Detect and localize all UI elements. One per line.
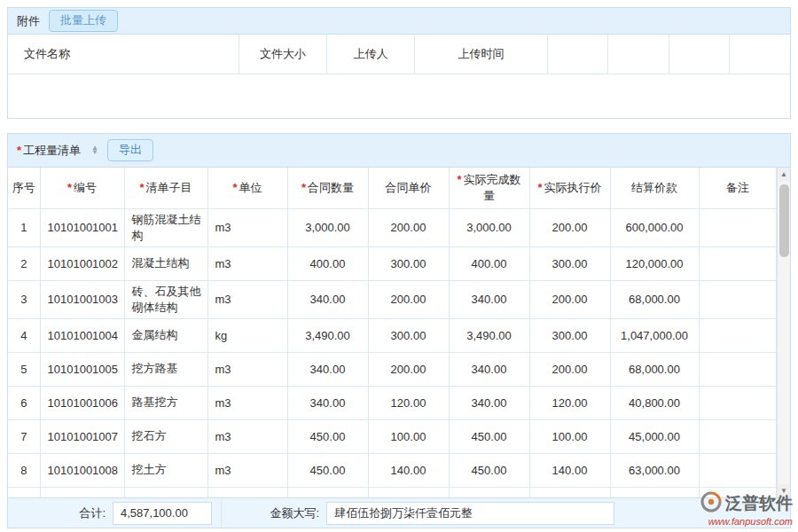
scroll-up-icon[interactable]: ▲: [778, 168, 791, 181]
boq-table: 序号*编号*清单子目*单位*合同数量合同单价*实际完成数量*实际执行价结算价款备…: [8, 168, 777, 497]
boq-cell-contract_price: 200.00: [368, 208, 449, 246]
boq-cell-actual_price: 140.00: [529, 453, 610, 487]
boq-cell-code: 10101001003: [40, 280, 124, 318]
boq-cell-contract_qty: 3,000.00: [287, 208, 368, 246]
scrollbar-thumb[interactable]: [779, 184, 789, 257]
batch-upload-button[interactable]: 批量上传: [49, 10, 118, 32]
boq-cell-unit: m3: [207, 246, 287, 280]
boq-header-row: 序号*编号*清单子目*单位*合同数量合同单价*实际完成数量*实际执行价结算价款备…: [8, 168, 777, 208]
boq-cell-code: 10101001005: [40, 352, 124, 386]
boq-cell-unit: m3: [207, 453, 287, 487]
boq-cell-actual_qty: 340.00: [449, 352, 529, 386]
vertical-scrollbar[interactable]: ▲ ▼: [777, 168, 790, 497]
boq-cell-contract_price: 100.00: [368, 419, 449, 453]
export-button[interactable]: 导出: [107, 139, 153, 161]
boq-cell-remark: [699, 487, 777, 497]
boq-cell-actual_qty: 400.00: [449, 246, 529, 280]
boq-cell-actual_qty: 3,490.00: [449, 318, 529, 352]
boq-cell-contract_price: [368, 487, 449, 497]
boq-cell-settlement: 63,000.00: [610, 453, 699, 487]
required-asterisk: *: [139, 181, 144, 194]
boq-cell-actual_qty: 340.00: [449, 280, 529, 318]
boq-cell-contract_qty: 3,490.00: [287, 318, 368, 352]
boq-column-header: 序号: [8, 168, 40, 208]
boq-column-header: 结算价款: [610, 168, 699, 208]
boq-cell-actual_qty: 450.00: [449, 453, 529, 487]
boq-cell-remark: [699, 280, 777, 318]
attachments-header-bar: 附件 批量上传: [8, 8, 790, 35]
boq-cell-contract_price: 300.00: [368, 246, 449, 280]
required-asterisk: *: [232, 181, 237, 194]
boq-cell-actual_price: 200.00: [529, 208, 610, 246]
boq-cell-settlement: 1,047,000.00: [610, 318, 699, 352]
boq-cell-item: 挖除非适用材: [124, 487, 207, 497]
boq-cell-actual_price: 100.00: [529, 419, 610, 453]
boq-cell-item: 挖土方: [124, 453, 207, 487]
boq-table-body: 110101001001钢筋混凝土结构m33,000.00200.003,000…: [8, 208, 777, 497]
boq-cell-unit: m3: [207, 386, 287, 419]
boq-cell-unit: m3: [207, 352, 287, 386]
boq-cell-contract_price: 120.00: [368, 386, 449, 419]
boq-cell-remark: [699, 246, 777, 280]
boq-cell-settlement: [610, 487, 699, 497]
boq-cell-no: 8: [8, 453, 40, 487]
boq-row[interactable]: 810101001008挖土方m3450.00140.00450.00140.0…: [8, 453, 777, 487]
attachments-panel: 附件 批量上传 文件名称文件大小上传人上传时间: [7, 7, 791, 119]
boq-cell-unit: m3: [207, 419, 287, 453]
boq-cell-settlement: 68,000.00: [610, 280, 699, 318]
boq-column-header: 备注: [699, 168, 777, 208]
boq-cell-actual_qty: 3,000.00: [449, 208, 529, 246]
boq-cell-item: 砖、石及其他砌体结构: [124, 280, 207, 318]
boq-cell-no: 7: [8, 419, 40, 453]
attachment-column-header: [608, 35, 669, 74]
boq-cell-no: 3: [8, 280, 40, 318]
boq-column-header: *合同数量: [287, 168, 368, 208]
boq-cell-contract_qty: 450.00: [287, 453, 368, 487]
boq-cell-remark: [699, 453, 777, 487]
boq-row[interactable]: 710101001007挖石方m3450.00100.00450.00100.0…: [8, 419, 777, 453]
boq-cell-code: 10101001004: [40, 318, 124, 352]
boq-cell-contract_price: 300.00: [368, 318, 449, 352]
attachments-empty-body: [8, 74, 790, 118]
required-asterisk: *: [537, 181, 542, 194]
required-asterisk: *: [457, 173, 461, 186]
boq-column-header: *实际完成数量: [449, 168, 529, 208]
boq-cell-unit: m3: [207, 280, 287, 318]
boq-row[interactable]: 610101001006路基挖方m3340.00120.00340.00120.…: [8, 386, 777, 419]
attachment-column-header: [548, 35, 608, 74]
boq-cell-no: 2: [8, 246, 40, 280]
attachment-column-header: 文件大小: [239, 35, 327, 74]
boq-table-viewport: 序号*编号*清单子目*单位*合同数量合同单价*实际完成数量*实际执行价结算价款备…: [8, 168, 790, 497]
boq-row[interactable]: 210101001002混凝土结构m3400.00300.00400.00300…: [8, 246, 777, 280]
sort-spinner-icon[interactable]: ▲▼: [91, 146, 98, 154]
boq-cell-code: 10101001001: [40, 208, 124, 246]
required-asterisk: *: [17, 144, 21, 157]
amount-in-words-label: 金额大写:: [222, 505, 326, 521]
total-label: 合计:: [8, 505, 113, 521]
attachments-title: 附件: [17, 13, 40, 29]
boq-cell-contract_qty: 400.00: [287, 246, 368, 280]
boq-cell-actual_price: 120.00: [529, 386, 610, 419]
boq-cell-actual_qty: 340.00: [449, 386, 529, 419]
boq-column-header: *实际执行价: [529, 168, 610, 208]
page: 附件 批量上传 文件名称文件大小上传人上传时间 *工程量清单 ▲▼ 导出 序号*…: [0, 0, 798, 532]
required-asterisk: *: [67, 181, 72, 194]
boq-row[interactable]: 510101001005挖方路基m3340.00200.00340.00200.…: [8, 352, 777, 386]
boq-row[interactable]: 挖除非适用材: [8, 487, 777, 497]
required-asterisk: *: [301, 181, 306, 194]
boq-row[interactable]: 310101001003砖、石及其他砌体结构m3340.00200.00340.…: [8, 280, 777, 318]
boq-cell-no: 5: [8, 352, 40, 386]
boq-cell-unit: m3: [207, 208, 287, 246]
boq-cell-settlement: 68,000.00: [610, 352, 699, 386]
boq-cell-item: 挖石方: [124, 419, 207, 453]
boq-row[interactable]: 410101001004金属结构kg3,490.00300.003,490.00…: [8, 318, 777, 352]
boq-cell-code: 10101001008: [40, 453, 124, 487]
boq-cell-code: [40, 487, 124, 497]
boq-cell-contract_qty: 340.00: [287, 352, 368, 386]
scroll-down-icon[interactable]: ▼: [778, 484, 791, 497]
boq-cell-remark: [699, 386, 777, 419]
boq-cell-no: [8, 487, 40, 497]
boq-row[interactable]: 110101001001钢筋混凝土结构m33,000.00200.003,000…: [8, 208, 777, 246]
boq-title-wrap: *工程量清单: [17, 143, 81, 159]
boq-title: 工程量清单: [23, 144, 81, 157]
